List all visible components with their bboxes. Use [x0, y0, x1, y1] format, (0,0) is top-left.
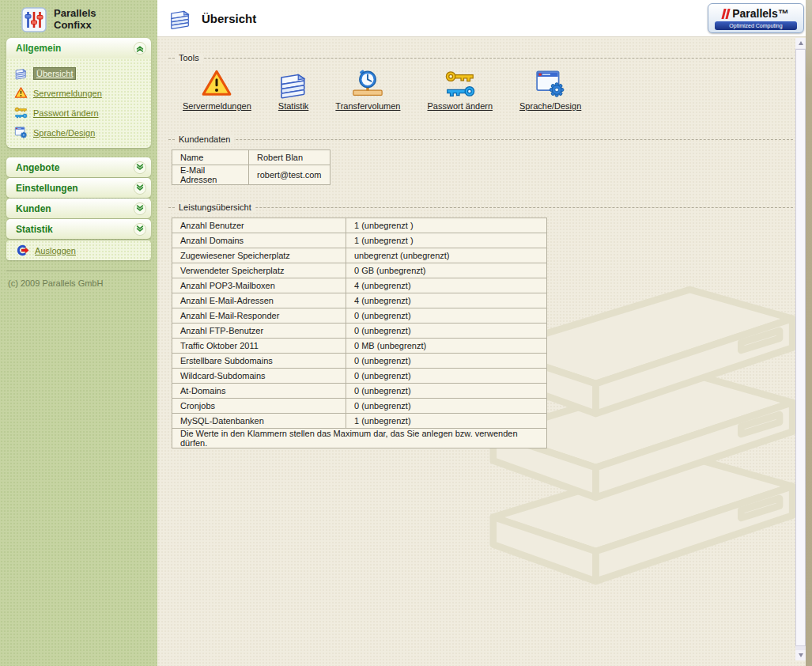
tool-label[interactable]: Sprache/Design — [515, 101, 586, 111]
sidebar-nav-link[interactable]: Servermeldungen — [33, 89, 102, 98]
usage-row: Anzahl FTP-Benutzer 0 (unbegrenzt) — [172, 324, 547, 339]
usage-row-value: 0 (unbegrenzt) — [346, 308, 547, 324]
tool-item[interactable]: Sprache/Design — [515, 68, 586, 111]
usage-row-label: Cronjobs — [172, 399, 346, 414]
usage-row: Traffic Oktober 2011 0 MB (unbegrenzt) — [172, 339, 547, 354]
scroll-up-button[interactable] — [795, 38, 806, 48]
chevron-down-icon[interactable] — [133, 161, 147, 175]
usage-row-value: 0 (unbegrenzt) — [346, 369, 547, 384]
usage-row-label: Verwendeter Speicherplatz — [172, 263, 346, 278]
logo-line2: Confixx — [54, 19, 92, 31]
customer-legend: Kundendaten — [175, 134, 234, 144]
tools-legend: Tools — [175, 53, 203, 62]
section-label: Allgemein — [16, 43, 61, 54]
section-label: Statistik — [16, 224, 53, 235]
logout-link[interactable]: Ausloggen — [35, 246, 76, 255]
customer-row-label: E-Mail Adressen — [172, 165, 249, 185]
warning-icon[interactable] — [201, 68, 232, 100]
sidebar-section-collapsed[interactable]: Kunden — [6, 199, 151, 218]
scroll-down-button[interactable] — [795, 650, 806, 660]
chevron-up-icon[interactable] — [133, 41, 147, 55]
copyright-text: (c) 2009 Parallels GmbH — [8, 278, 151, 288]
tool-item[interactable]: Passwort ändern — [422, 68, 497, 111]
usage-row-value: 0 (unbegrenzt) — [346, 324, 547, 339]
usage-row-label: Traffic Oktober 2011 — [172, 339, 346, 354]
sidebar-nav-item[interactable]: Sprache/Design — [14, 123, 148, 142]
usage-row: Wildcard-Subdomains 0 (unbegrenzt) — [172, 369, 547, 384]
usage-row: Anzahl Domains 1 (unbegrenzt ) — [172, 233, 547, 248]
logout-item[interactable]: Ausloggen — [6, 240, 151, 260]
sidebar-section-collapsed[interactable]: Einstellungen — [6, 178, 151, 198]
pages-icon — [168, 6, 192, 30]
usage-row: Anzahl E-Mail-Adressen 4 (unbegrenzt) — [172, 293, 547, 308]
parallels-brand-badge[interactable]: Parallels™ Optimized Computing — [708, 3, 804, 33]
pages-icon — [14, 66, 28, 80]
tool-label[interactable]: Servermeldungen — [178, 101, 256, 111]
confixx-app: Parallels Confixx Allgemein Übersicht — [0, 0, 812, 666]
sidebar-nav-link[interactable]: Sprache/Design — [33, 128, 95, 138]
sidebar-nav-link[interactable]: Übersicht — [33, 67, 76, 80]
usage-row-label: At-Domains — [172, 384, 346, 399]
sidebar-nav-link[interactable]: Passwort ändern — [33, 108, 99, 118]
tool-item[interactable]: Transfervolumen — [330, 68, 405, 111]
usage-footnote: Die Werte in den Klammern stellen das Ma… — [172, 429, 547, 448]
usage-row-label: Wildcard-Subdomains — [172, 369, 346, 384]
usage-row-label: Anzahl E-Mail-Responder — [172, 308, 346, 324]
section-label: Angebote — [16, 162, 59, 173]
scroll-up-arrow-icon — [799, 41, 803, 45]
tool-item[interactable]: Servermeldungen — [178, 68, 256, 111]
main-content: Tools Servermeldungen Statistik — [157, 37, 812, 666]
customer-row: E-Mail Adressen robert@test.com — [172, 165, 330, 185]
usage-footnote-row: Die Werte in den Klammern stellen das Ma… — [172, 429, 547, 448]
tool-item[interactable]: Statistik — [274, 68, 314, 111]
logout-icon — [16, 244, 29, 257]
chevron-down-icon[interactable] — [133, 181, 147, 195]
usage-row-label: Anzahl Domains — [172, 233, 346, 248]
usage-row: Anzahl Benutzer 1 (unbegrenzt ) — [172, 218, 547, 233]
usage-row-value: 0 (unbegrenzt) — [346, 354, 547, 369]
tools-group: Tools Servermeldungen Statistik — [168, 58, 793, 111]
usage-group: Leistungsübersicht Anzahl Benutzer 1 (un… — [168, 207, 793, 448]
sidebar-nav-item[interactable]: Übersicht — [14, 63, 148, 83]
customer-row: Name Robert Blan — [172, 150, 330, 165]
sidebar-nav-item[interactable]: Servermeldungen — [14, 83, 148, 103]
page-title: Übersicht — [202, 12, 256, 25]
sidebar-section-collapsed[interactable]: Statistik — [6, 219, 151, 239]
usage-row-value: 1 (unbegrenzt ) — [346, 218, 547, 233]
tool-label[interactable]: Statistik — [274, 101, 314, 111]
pages-icon[interactable] — [278, 68, 309, 100]
tools-row: Servermeldungen Statistik Transfervolume… — [168, 59, 793, 111]
tool-label[interactable]: Transfervolumen — [330, 101, 405, 111]
gauge-icon[interactable] — [352, 68, 383, 100]
brand-tagline: Optimized Computing — [715, 21, 797, 30]
section-label: Einstellungen — [16, 183, 78, 194]
usage-row-label: Anzahl Benutzer — [172, 218, 346, 233]
usage-row-label: Anzahl E-Mail-Adressen — [172, 293, 346, 308]
customer-table: Name Robert Blan E-Mail Adressen robert@… — [172, 149, 330, 185]
customer-row-label: Name — [172, 150, 249, 165]
usage-row-label: Zugewiesener Speicherplatz — [172, 248, 346, 263]
sidebar-section-header-allgemein[interactable]: Allgemein — [6, 38, 151, 59]
usage-row: Verwendeter Speicherplatz 0 GB (unbegren… — [172, 263, 547, 278]
scroll-down-arrow-icon — [799, 653, 803, 657]
usage-row: Anzahl E-Mail-Responder 0 (unbegrenzt) — [172, 308, 547, 324]
chevron-down-icon[interactable] — [133, 202, 147, 216]
usage-row: Zugewiesener Speicherplatz unbegrenzt (u… — [172, 248, 547, 263]
sidebar-section-collapsed[interactable]: Angebote — [6, 157, 151, 177]
usage-row: Cronjobs 0 (unbegrenzt) — [172, 399, 547, 414]
chevron-down-icon[interactable] — [133, 222, 147, 237]
keys-icon — [14, 106, 28, 119]
vertical-scrollbar[interactable] — [795, 38, 806, 660]
window-gear-icon[interactable] — [534, 68, 566, 100]
keys-icon[interactable] — [444, 68, 476, 100]
tool-label[interactable]: Passwort ändern — [422, 101, 497, 111]
warning-icon — [14, 86, 28, 100]
confixx-logo-icon — [21, 7, 47, 32]
main-area: Übersicht Parallels™ Optimized Computing — [157, 0, 812, 666]
parallels-bars-icon — [723, 9, 729, 19]
scrollbar-thumb[interactable] — [795, 49, 806, 646]
usage-row: Erstellbare Subdomains 0 (unbegrenzt) — [172, 354, 547, 369]
sidebar-nav-item[interactable]: Passwort ändern — [14, 103, 148, 123]
usage-row: Anzahl POP3-Mailboxen 4 (unbegrenzt) — [172, 278, 547, 293]
usage-row-label: Erstellbare Subdomains — [172, 354, 346, 369]
